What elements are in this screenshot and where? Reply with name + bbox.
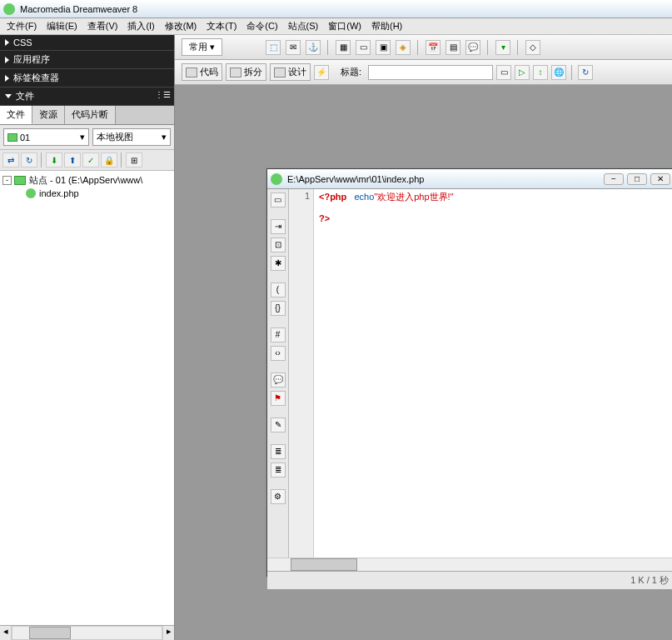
files-toolbar: ⇄ ↻ ⬇ ⬆ ✓ 🔒 ⊞ — [0, 150, 174, 171]
php-file-icon — [26, 188, 36, 198]
panel-options-icon[interactable]: ⋮☰ — [155, 90, 171, 99]
title-label: 标题: — [341, 66, 361, 78]
design-view-button[interactable]: 设计 — [270, 63, 311, 81]
split-view-button[interactable]: 拆分 — [226, 63, 266, 81]
comment-icon[interactable]: 💬 — [465, 40, 480, 55]
split-icon — [230, 68, 241, 78]
connect-button[interactable]: ⇄ — [2, 152, 19, 168]
syntax-coloring-icon[interactable]: ‹› — [271, 346, 286, 361]
word-wrap-icon[interactable]: ⚑ — [271, 391, 286, 406]
panel-files[interactable]: 文件⋮☰ — [0, 88, 174, 106]
panel-tag-inspector[interactable]: 标签检查器 — [0, 69, 174, 88]
tab-snippets[interactable]: 代码片断 — [65, 106, 116, 124]
insert-category-dropdown[interactable]: 常用 ▾ — [182, 38, 222, 56]
menu-modify[interactable]: 修改(M) — [160, 18, 202, 34]
document-window: E:\AppServ\www\mr\01\index.php − □ ✕ ▭ ⇥… — [266, 168, 672, 577]
email-link-icon[interactable]: ✉ — [286, 40, 301, 55]
validate-icon[interactable]: ▷ — [515, 65, 530, 80]
div-icon[interactable]: ▭ — [356, 40, 371, 55]
files-tabs: 文件 资源 代码片断 — [0, 106, 174, 125]
main-area: 常用 ▾ ⬚ ✉ ⚓ ▦ ▭ ▣ ◈ 📅 ▤ 💬 ▾ ◇ 代码 拆分 设计 ⚡ … — [175, 35, 672, 640]
date-icon[interactable]: 📅 — [426, 40, 441, 55]
indent-icon[interactable]: ✎ — [271, 418, 286, 432]
folder-icon — [7, 133, 17, 142]
folder-icon — [14, 176, 26, 185]
open-documents-icon[interactable]: ▭ — [271, 192, 286, 208]
chevron-down-icon: ▾ — [162, 132, 167, 142]
highlight-invalid-icon[interactable]: # — [271, 328, 286, 342]
menu-site[interactable]: 站点(S) — [283, 18, 324, 34]
view-selector[interactable]: 本地视图▾ — [92, 128, 171, 146]
menu-file[interactable]: 文件(F) — [2, 18, 42, 34]
outdent-left-icon[interactable]: ≣ — [271, 444, 286, 459]
sidebar-scrollbar[interactable]: ◂▸ — [0, 625, 174, 640]
no-browser-check-icon[interactable]: ▭ — [496, 65, 511, 80]
file-management-icon[interactable]: ↕ — [533, 65, 548, 80]
site-selector[interactable]: 01▾ — [3, 128, 89, 146]
live-data-icon[interactable]: ⚡ — [314, 65, 329, 80]
hyperlink-icon[interactable]: ⬚ — [266, 40, 281, 55]
media-icon[interactable]: ◈ — [396, 40, 411, 55]
code-view-button[interactable]: 代码 — [182, 63, 222, 81]
refresh-button[interactable]: ↻ — [21, 152, 37, 168]
design-icon — [274, 68, 286, 78]
document-toolbar: 代码 拆分 设计 ⚡ 标题: ▭ ▷ ↕ 🌐 ↻ — [175, 60, 672, 85]
menu-help[interactable]: 帮助(H) — [366, 18, 407, 34]
select-parent-icon[interactable]: ✱ — [271, 256, 286, 271]
preview-icon[interactable]: 🌐 — [551, 65, 566, 80]
minimize-button[interactable]: − — [604, 173, 624, 185]
get-button[interactable]: ⬇ — [46, 152, 62, 168]
document-statusbar: 1 K / 1 秒 — [267, 571, 672, 589]
outdent-right-icon[interactable]: ≣ — [271, 462, 286, 478]
main-menubar: 文件(F) 编辑(E) 查看(V) 插入(I) 修改(M) 文本(T) 命令(C… — [0, 18, 672, 35]
panel-application[interactable]: 应用程序 — [0, 51, 174, 69]
maximize-button[interactable]: □ — [627, 173, 647, 185]
menu-window[interactable]: 窗口(W) — [323, 18, 366, 34]
line-numbers-icon[interactable]: {} — [271, 301, 286, 316]
server-include-icon[interactable]: ▤ — [446, 40, 460, 55]
code-editor[interactable]: <?php echo"欢迎进入php世界!" ?> — [314, 189, 672, 558]
workspace: E:\AppServ\www\mr\01\index.php − □ ✕ ▭ ⇥… — [175, 85, 672, 640]
code-toolbar: ▭ ⇥ ⊡ ✱ ( {} # ‹› 💬 ⚑ — [267, 189, 289, 558]
table-icon[interactable]: ▦ — [336, 40, 351, 55]
tag-chooser-icon[interactable]: ◇ — [525, 40, 540, 55]
document-path: E:\AppServ\www\mr\01\index.php — [287, 174, 424, 184]
document-h-scrollbar[interactable] — [267, 558, 672, 571]
app-titlebar: Macromedia Dreamweaver 8 — [0, 0, 672, 18]
balance-braces-icon[interactable]: ( — [271, 282, 286, 298]
expand-button[interactable]: ⊞ — [126, 152, 142, 168]
menu-insert[interactable]: 插入(I) — [122, 18, 159, 34]
title-input[interactable] — [368, 65, 493, 80]
line-gutter: 1 — [289, 189, 314, 558]
tree-root[interactable]: -站点 - 01 (E:\AppServ\www\ — [2, 173, 172, 188]
named-anchor-icon[interactable]: ⚓ — [306, 40, 321, 55]
status-size-info: 1 K / 1 秒 — [630, 574, 669, 587]
menu-commands[interactable]: 命令(C) — [241, 18, 282, 34]
insert-toolbar: 常用 ▾ ⬚ ✉ ⚓ ▦ ▭ ▣ ◈ 📅 ▤ 💬 ▾ ◇ — [175, 35, 672, 60]
tab-assets[interactable]: 资源 — [32, 106, 65, 124]
doc-icon — [271, 173, 282, 185]
checkout-button[interactable]: ✓ — [82, 152, 99, 168]
document-titlebar[interactable]: E:\AppServ\www\mr\01\index.php − □ ✕ — [267, 169, 672, 189]
app-logo-icon — [3, 3, 15, 15]
image-icon[interactable]: ▣ — [376, 40, 391, 55]
templates-icon[interactable]: ▾ — [495, 40, 510, 55]
collapse-tag-icon[interactable]: ⇥ — [271, 219, 286, 234]
chevron-down-icon: ▾ — [80, 132, 85, 142]
menu-view[interactable]: 查看(V) — [82, 18, 123, 34]
collapse-icon[interactable]: - — [2, 176, 12, 185]
refresh-design-icon[interactable]: ↻ — [578, 65, 593, 80]
app-title: Macromedia Dreamweaver 8 — [20, 4, 137, 14]
tab-files[interactable]: 文件 — [0, 106, 32, 124]
tree-file[interactable]: index.php — [2, 188, 172, 199]
menu-edit[interactable]: 编辑(E) — [42, 18, 82, 34]
panel-css[interactable]: CSS — [0, 35, 174, 51]
close-button[interactable]: ✕ — [650, 173, 670, 185]
put-button[interactable]: ⬆ — [64, 152, 81, 168]
expand-all-icon[interactable]: ⊡ — [271, 238, 286, 252]
auto-indent-icon[interactable]: 💬 — [271, 372, 286, 388]
checkin-button[interactable]: 🔒 — [101, 152, 117, 168]
menu-text[interactable]: 文本(T) — [202, 18, 241, 34]
format-source-icon[interactable]: ⚙ — [271, 489, 286, 504]
code-icon — [186, 68, 197, 78]
